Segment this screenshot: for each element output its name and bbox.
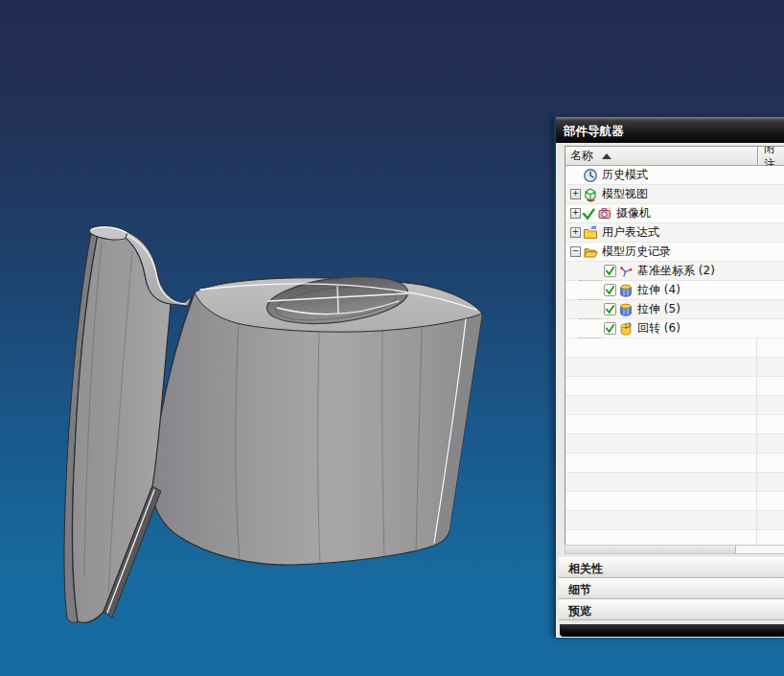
panel-title[interactable]: 部件导航器 — [556, 117, 784, 143]
tree-row-extrude-5[interactable]: 拉伸 (5) — [565, 300, 784, 319]
section-preview[interactable]: 预览 — [559, 599, 784, 620]
panel-bottom-bar — [560, 624, 784, 637]
section-details[interactable]: 细节 — [559, 578, 784, 599]
sort-ascending-icon[interactable] — [602, 153, 611, 159]
expand-icon[interactable]: + — [570, 189, 581, 199]
tree-row-datum-csys[interactable]: 基准坐标系 (2) — [565, 262, 784, 281]
clock-icon — [583, 168, 598, 183]
tree-row-label: 回转 (6) — [637, 320, 680, 337]
green-check-icon — [582, 207, 595, 221]
section-dependencies[interactable]: 相关性 — [559, 557, 784, 578]
tree-row-model-history[interactable]: − 模型历史记录 — [565, 243, 784, 262]
tree-row-label: 用户表达式 — [602, 224, 659, 241]
tree-empty-rows — [565, 338, 784, 544]
tree-row-label: 历史模式 — [602, 167, 648, 183]
collapse-icon[interactable]: − — [570, 246, 581, 257]
column-header-name[interactable]: 名称 — [570, 148, 593, 164]
check-icon — [605, 266, 615, 276]
tree-row-history-mode[interactable]: 历史模式 — [565, 166, 784, 185]
tree-row-model-views[interactable]: + 模型视图 — [565, 185, 784, 204]
feature-checkbox[interactable] — [604, 303, 616, 315]
horizontal-scrollbar[interactable] — [565, 545, 784, 554]
extrude-icon — [618, 283, 634, 298]
expand-icon[interactable]: + — [570, 227, 581, 238]
model-views-icon — [583, 187, 598, 202]
feature-checkbox[interactable] — [604, 284, 616, 296]
camera-icon — [597, 206, 612, 221]
folder-closed-icon — [583, 225, 598, 241]
column-header-note[interactable]: 附注 — [757, 147, 784, 165]
tree-row-label: 基准坐标系 (2) — [637, 263, 715, 279]
tree-row-user-expressions[interactable]: + 用户表达式 — [565, 223, 784, 243]
expand-icon[interactable]: + — [570, 208, 581, 219]
tree-row-cameras[interactable]: + 摄像机 — [565, 204, 784, 223]
scrollbar-thumb[interactable] — [565, 546, 736, 553]
datum-csys-icon — [618, 264, 634, 279]
tree-row-label: 拉伸 (5) — [637, 301, 680, 317]
tree-row-revolve-6[interactable]: 回转 (6) — [565, 319, 784, 338]
feature-checkbox[interactable] — [604, 322, 616, 335]
feature-tree: 名称 附注 历史模式 + 模 — [565, 146, 784, 546]
revolve-icon — [618, 321, 634, 337]
tree-row-label: 拉伸 (4) — [637, 282, 680, 298]
tree-row-extrude-4[interactable]: 拉伸 (4) — [565, 281, 784, 300]
check-icon — [605, 285, 615, 295]
part-navigator-panel: 部件导航器 名称 附注 历史模式 + — [554, 117, 784, 638]
check-icon — [605, 323, 615, 334]
check-icon — [605, 304, 615, 315]
tree-row-label: 摄像机 — [616, 205, 651, 221]
tree-header: 名称 附注 — [565, 147, 784, 166]
folder-open-icon — [583, 245, 598, 260]
tree-row-label: 模型视图 — [602, 186, 648, 202]
feature-checkbox[interactable] — [604, 265, 616, 277]
tree-row-label: 模型历史记录 — [602, 244, 671, 260]
extrude-icon — [618, 302, 634, 317]
